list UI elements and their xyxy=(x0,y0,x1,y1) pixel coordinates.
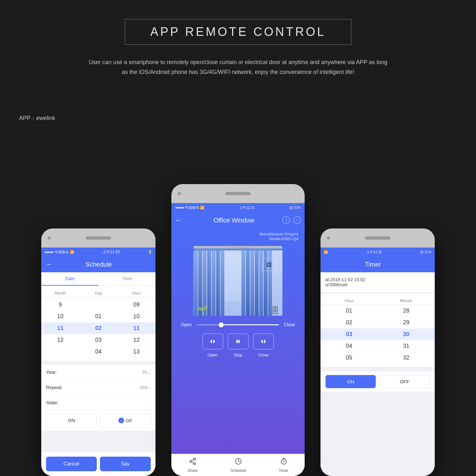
phone-center-camera xyxy=(178,192,181,195)
ctrl-labels: Open Stop Close xyxy=(202,353,274,357)
phone-right-header xyxy=(321,228,435,248)
svg-point-6 xyxy=(194,458,195,460)
manufacturer-info: Manufacturer:KingArt Model:KING-Q4 xyxy=(178,232,298,241)
picker-row-4: 04 13 xyxy=(41,346,155,358)
hour-4: 13 xyxy=(117,348,155,355)
share-nav-item[interactable]: Share xyxy=(188,458,198,473)
timer-nav-item[interactable]: Timer xyxy=(279,458,288,473)
timer-hour-4: 05 xyxy=(321,354,378,361)
hour-2-selected: 11 xyxy=(117,325,155,332)
phone-right-camera xyxy=(327,236,330,240)
timer-hour-2: 03 xyxy=(321,331,378,338)
repeat-value: Onl... xyxy=(140,385,151,390)
title-box: APP REMOTE CONTROL xyxy=(125,19,352,45)
svg-rect-2 xyxy=(236,340,238,343)
schedule-label: Schedule xyxy=(230,468,246,473)
day-1: 01 xyxy=(79,313,117,320)
left-nav-title: Schedule xyxy=(56,261,141,268)
page-container: APP REMOTE CONTROL User can use a smartp… xyxy=(0,0,476,476)
day-label: Day xyxy=(79,291,117,295)
month-2-selected: 11 xyxy=(41,325,79,332)
svg-line-10 xyxy=(192,459,194,461)
curtain-p5 xyxy=(212,250,215,316)
left-back-arrow[interactable]: ← xyxy=(46,260,53,268)
curtain-rp4 xyxy=(255,250,259,316)
right-nav-title: Timer xyxy=(325,261,420,268)
close-button[interactable] xyxy=(253,334,274,349)
month-label: Month xyxy=(41,291,79,295)
picker-labels: Month Day Hour xyxy=(41,289,155,297)
plant-icon: 🌱 xyxy=(197,305,208,316)
month-0: 9 xyxy=(41,301,79,308)
phone-left-speaker xyxy=(86,236,111,240)
phone-center-speaker xyxy=(225,192,251,195)
control-buttons xyxy=(202,334,274,349)
month-3: 12 xyxy=(41,337,79,343)
right-battery: @ 21% xyxy=(420,250,432,254)
bottom-buttons: Cancel Sav xyxy=(41,452,155,476)
timer-on-off-row: ON OFF xyxy=(321,372,435,392)
center-nav-title: Office Window xyxy=(185,217,282,224)
phone-left-header xyxy=(41,228,155,248)
center-nav: ← Office Window i ··· xyxy=(171,212,305,228)
timer-row-0: 01 28 xyxy=(321,305,435,317)
timer-row-1: 02 29 xyxy=(321,317,435,328)
picker-row-1: 10 01 10 xyxy=(41,311,155,322)
off-button[interactable]: ✓ OF xyxy=(100,413,151,427)
timer-icon xyxy=(280,458,288,467)
svg-marker-1 xyxy=(213,339,215,344)
close-btn-label: Close xyxy=(253,353,274,357)
on-button[interactable]: ON xyxy=(46,413,97,427)
slider-track[interactable] xyxy=(196,324,279,325)
day-4: 04 xyxy=(79,348,117,355)
picker-row-0: 9 09 xyxy=(41,299,155,311)
year-row: Year: Th... xyxy=(46,365,151,380)
hour-0: 09 xyxy=(117,301,155,308)
timer-off-button[interactable]: OFF xyxy=(379,375,430,388)
month-4 xyxy=(41,348,79,355)
timer-on-button[interactable]: ON xyxy=(325,375,376,388)
right-time: 上午11:32 xyxy=(366,250,382,255)
timer-info-line2: ur30Minute xyxy=(325,282,430,287)
tab-time[interactable]: Time xyxy=(98,272,155,286)
slider-thumb[interactable] xyxy=(219,322,224,327)
on-off-row: ON ✓ OF xyxy=(41,410,155,431)
timer-hour-0: 01 xyxy=(321,307,378,314)
hour-label: Hour xyxy=(117,291,155,295)
more-icon[interactable]: ··· xyxy=(293,216,301,224)
stop-btn-label: Stop xyxy=(228,353,248,357)
share-label: Share xyxy=(188,468,198,473)
timer-label: Timer xyxy=(279,468,288,473)
repeat-row: Repeat: Onl... xyxy=(46,380,151,395)
info-icon[interactable]: i xyxy=(282,216,290,224)
timer-off-label: OFF xyxy=(400,379,409,384)
right-status-bar: 📶 上午11:32 @ 21% xyxy=(321,248,435,256)
phone-right-speaker xyxy=(365,236,390,240)
timer-info-line1: at:2018-11-02 15:02 xyxy=(325,277,430,282)
center-battery: @ 22% xyxy=(289,206,301,209)
timer-picker-rows: 01 28 02 29 03 30 xyxy=(321,305,435,364)
open-button[interactable] xyxy=(202,334,223,349)
curtain-rp2 xyxy=(246,250,250,316)
left-time: 上午11:33 xyxy=(102,249,120,255)
schedule-nav-item[interactable]: Schedule xyxy=(230,458,246,473)
cancel-button[interactable]: Cancel xyxy=(46,457,97,471)
tab-date[interactable]: Date xyxy=(41,272,98,286)
stop-button[interactable] xyxy=(228,334,248,349)
curtain-p7 xyxy=(221,250,224,316)
schedule-tabs: Date Time xyxy=(41,272,155,286)
phone-center: ●●●●● 中国移动 📶 上午11:31 @ 22% ← Office Wind… xyxy=(171,184,305,476)
phone-center-header xyxy=(171,184,305,203)
save-button[interactable]: Sav xyxy=(100,457,151,471)
state-row: State: xyxy=(46,395,151,410)
left-battery: 🔋 xyxy=(148,250,152,254)
picker-row-2-selected: 11 02 11 xyxy=(41,322,155,334)
center-back-arrow[interactable]: ← xyxy=(175,216,182,224)
timer-minute-label: Minute xyxy=(378,298,435,303)
phones-container: ●●●●● 中国移动 📶 上午11:33 🔋 ← Schedule xyxy=(32,143,444,476)
share-icon xyxy=(189,458,196,467)
phone-right-screen: 📶 上午11:32 @ 21% Timer at:2018-11-02 15:0… xyxy=(321,248,435,476)
timer-content: at:2018-11-02 15:02 ur30Minute Hour Minu… xyxy=(321,272,435,476)
hour-1: 10 xyxy=(117,313,155,320)
date-picker: Month Day Hour 9 09 10 xyxy=(41,286,155,361)
